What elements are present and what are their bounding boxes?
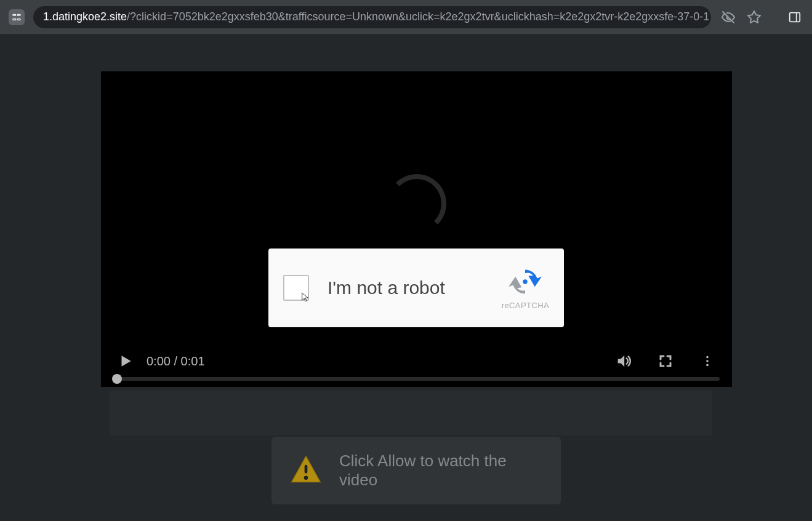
incognito-eye-off-icon[interactable] xyxy=(720,9,737,26)
recaptcha-box: I'm not a robot reCAPTCHA xyxy=(268,249,564,327)
video-player: 0:00 / 0:01 xyxy=(101,71,732,387)
svg-point-10 xyxy=(706,364,709,367)
svg-marker-7 xyxy=(122,356,131,366)
fullscreen-button[interactable] xyxy=(653,349,678,373)
play-button[interactable] xyxy=(113,349,138,373)
video-controls: 0:00 / 0:01 xyxy=(101,340,732,387)
allow-prompt-text: Click Allow to watch the video xyxy=(339,451,544,490)
svg-rect-0 xyxy=(13,14,16,15)
allow-prompt-box: Click Allow to watch the video xyxy=(271,437,561,504)
url-path: /?clickid=7052bk2e2gxxsfeb30&trafficsour… xyxy=(127,10,711,23)
site-settings-chip[interactable] xyxy=(9,9,25,25)
volume-button[interactable] xyxy=(611,349,636,373)
svg-rect-5 xyxy=(790,12,800,22)
time-current: 0:00 xyxy=(147,354,171,368)
page-content: 0:00 / 0:01 xyxy=(0,34,812,521)
svg-point-13 xyxy=(523,279,528,284)
svg-point-9 xyxy=(706,360,709,362)
loading-spinner-icon xyxy=(387,174,446,233)
svg-rect-11 xyxy=(305,465,308,474)
under-video-bar xyxy=(110,391,712,435)
more-options-button[interactable] xyxy=(695,349,720,373)
side-panel-icon[interactable] xyxy=(786,9,803,26)
browser-address-bar: 1.datingkoe2.site/?clickid=7052bk2e2gxxs… xyxy=(0,0,812,34)
recaptcha-brand: reCAPTCHA xyxy=(502,301,549,310)
recaptcha-checkbox[interactable] xyxy=(283,275,309,301)
svg-rect-1 xyxy=(17,14,20,15)
svg-point-8 xyxy=(706,356,709,359)
recaptcha-label: I'm not a robot xyxy=(328,277,502,298)
svg-rect-3 xyxy=(17,18,20,20)
time-total: 0:01 xyxy=(181,354,205,368)
time-separator: / xyxy=(171,354,181,368)
svg-marker-4 xyxy=(748,11,760,23)
cursor-icon xyxy=(300,292,310,302)
recaptcha-logo: reCAPTCHA xyxy=(502,266,549,310)
url-host: 1.datingkoe2.site xyxy=(43,10,127,23)
svg-point-12 xyxy=(304,475,308,480)
recaptcha-icon xyxy=(507,266,543,297)
url-input[interactable]: 1.datingkoe2.site/?clickid=7052bk2e2gxxs… xyxy=(33,6,711,28)
video-progress-thumb[interactable] xyxy=(112,374,122,384)
video-progress-bar[interactable] xyxy=(113,377,720,381)
svg-rect-2 xyxy=(13,18,16,20)
bookmark-star-icon[interactable] xyxy=(746,9,763,26)
video-time-label: 0:00 / 0:01 xyxy=(147,354,205,368)
warning-icon xyxy=(289,453,323,488)
